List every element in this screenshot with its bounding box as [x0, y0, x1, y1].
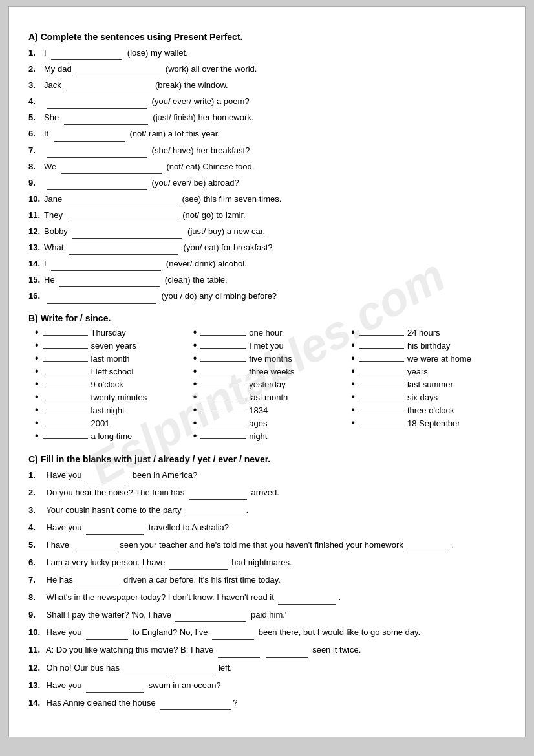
- b-row-1-4: • I left school: [35, 366, 189, 376]
- section-b-title: B) Write for / since.: [28, 313, 506, 323]
- sentence-c6: 6. I am a very lucky person. I have had …: [28, 556, 506, 570]
- sentence-a15: 15. He (clean) the table.: [28, 273, 506, 287]
- for-since-col2: • one hour • I met you • five months • t…: [193, 327, 348, 444]
- b-row-3-7: • three o'clock: [351, 405, 506, 415]
- section-c-title: C) Fill in the blanks with just / alread…: [28, 454, 506, 464]
- sentence-c12: 12. Oh no! Our bus has left.: [28, 661, 506, 675]
- section-a-title: A) Complete the sentences using Present …: [28, 32, 506, 42]
- sentence-a6: 6. It (not/ rain) a lot this year.: [28, 127, 506, 141]
- b-row-1-7: • last night: [35, 405, 189, 415]
- sentence-c4: 4. Have you travelled to Australia?: [28, 521, 506, 535]
- sentence-a10: 10. Jane (see) this film seven times.: [28, 192, 506, 206]
- b-row-1-6: • twenty minutes: [35, 392, 189, 402]
- sentence-c3: 3. Your cousin hasn't come to the party …: [28, 503, 506, 517]
- b-row-3-4: • years: [351, 366, 506, 376]
- sentence-c8: 8. What's in the newspaper today? I don'…: [28, 590, 506, 605]
- b-row-3-2: • his birthday: [351, 340, 506, 351]
- section-c-list: 1. Have you been in America? 2. Do you h…: [28, 468, 506, 710]
- b-row-1-1: • Thursday: [35, 327, 189, 338]
- sentence-a11: 11. They (not/ go) to İzmir.: [28, 208, 506, 222]
- sentence-c13: 13. Have you swum in an ocean?: [28, 678, 506, 693]
- sentence-a8: 8. We (not/ eat) Chinese food.: [28, 160, 506, 174]
- sentence-c11: 11. A: Do you like watching this movie? …: [28, 643, 506, 657]
- for-since-col1: • Thursday • seven years • last month • …: [35, 327, 189, 444]
- sentence-c14: 14. Has Annie cleaned the house ?: [28, 696, 506, 710]
- sentence-a2: 2. My dad (work) all over the world.: [28, 62, 506, 76]
- worksheet-page: Eslprintables.com A) Complete the senten…: [8, 6, 526, 737]
- b-row-2-9: • night: [193, 431, 348, 441]
- b-row-2-8: • ages: [193, 418, 348, 428]
- b-row-3-3: • we were at home: [351, 353, 506, 363]
- b-row-1-5: • 9 o'clock: [35, 379, 189, 389]
- b-row-2-7: • 1834: [193, 405, 348, 415]
- sentence-c10: 10. Have you to England? No, I've been t…: [28, 625, 506, 640]
- sentence-a12: 12. Bobby (just/ buy) a new car.: [28, 224, 506, 239]
- b-row-2-4: • three weeks: [193, 366, 348, 376]
- b-row-3-8: • 18 September: [351, 418, 506, 428]
- sentence-c1: 1. Have you been in America?: [28, 468, 506, 482]
- sentence-a1: 1. I (lose) my wallet.: [28, 46, 506, 60]
- for-since-grid: • Thursday • seven years • last month • …: [35, 327, 506, 444]
- sentence-c7: 7. He has driven a car before. It's his …: [28, 573, 506, 587]
- b-row-2-3: • five months: [193, 353, 348, 363]
- b-row-1-9: • a long time: [35, 431, 189, 441]
- b-row-3-6: • six days: [351, 392, 506, 402]
- sentence-a4: 4. (you/ ever/ write) a poem?: [28, 94, 506, 109]
- sentence-a3: 3. Jack (break) the window.: [28, 78, 506, 92]
- b-row-2-2: • I met you: [193, 340, 348, 351]
- sentence-c9: 9. Shall I pay the waiter? 'No, I have p…: [28, 608, 506, 622]
- b-row-2-5: • yesterday: [193, 379, 348, 389]
- sentence-a16: 16. (you / do) any climbing before?: [28, 289, 506, 303]
- for-since-col3: • 24 hours • his birthday • we were at h…: [351, 327, 506, 444]
- section-a-list: 1. I (lose) my wallet. 2. My dad (work) …: [28, 46, 506, 304]
- sentence-a14: 14. I (never/ drink) alcohol.: [28, 257, 506, 271]
- b-row-3-1: • 24 hours: [351, 327, 506, 338]
- b-row-3-5: • last summer: [351, 379, 506, 389]
- sentence-a13: 13. What (you/ eat) for breakfast?: [28, 241, 506, 255]
- b-row-2-6: • last month: [193, 392, 348, 402]
- sentence-a5: 5. She (just/ finish) her homework.: [28, 111, 506, 125]
- sentence-c2: 2. Do you hear the noise? The train has …: [28, 486, 506, 500]
- b-row-1-2: • seven years: [35, 340, 189, 351]
- sentence-a9: 9. (you/ ever/ be) abroad?: [28, 176, 506, 190]
- b-row-1-3: • last month: [35, 353, 189, 363]
- sentence-a7: 7. (she/ have) her breakfast?: [28, 144, 506, 158]
- b-row-1-8: • 2001: [35, 418, 189, 428]
- b-row-2-1: • one hour: [193, 327, 348, 338]
- sentence-c5: 5. I have seen your teacher and he's tol…: [28, 538, 506, 552]
